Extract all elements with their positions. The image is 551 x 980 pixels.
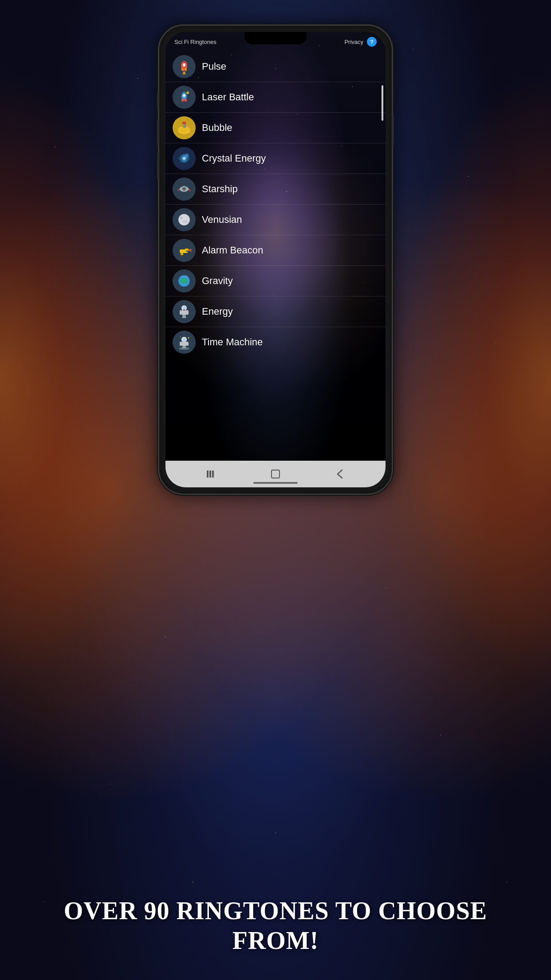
help-button[interactable]: ?	[367, 37, 377, 47]
svg-line-28	[178, 189, 180, 191]
svg-point-11	[186, 91, 189, 94]
svg-rect-2	[181, 67, 184, 71]
app-title: Sci Fi Ringtones	[174, 39, 216, 45]
ringtone-icon-energy	[173, 300, 196, 323]
svg-rect-48	[180, 310, 182, 315]
svg-point-33	[180, 217, 183, 219]
ringtone-icon-laser	[173, 86, 196, 109]
svg-rect-41	[181, 253, 183, 255]
ringtone-name-bubble: Bubble	[202, 122, 232, 134]
svg-rect-66	[207, 470, 209, 478]
ringtone-name-venusian: Venusian	[202, 214, 242, 225]
svg-point-30	[181, 189, 188, 191]
svg-rect-61	[184, 346, 186, 348]
svg-rect-51	[184, 315, 186, 318]
svg-point-40	[188, 249, 190, 251]
svg-rect-57	[182, 341, 186, 346]
list-item[interactable]: Alarm Beacon	[165, 235, 386, 266]
svg-point-64	[188, 337, 189, 339]
ringtone-icon-alarm	[173, 239, 196, 262]
list-item[interactable]: Pulse	[165, 51, 386, 82]
svg-rect-54	[183, 309, 185, 311]
ringtone-name-time: Time Machine	[202, 336, 263, 348]
svg-point-35	[182, 221, 184, 222]
list-item[interactable]: Crystal Energy	[165, 143, 386, 174]
svg-rect-58	[180, 342, 182, 346]
fingerprint-bar	[253, 482, 298, 484]
phone-screen: Sci Fi Ringtones Privacy ?	[165, 32, 386, 487]
ringtone-icon-time	[173, 331, 196, 354]
svg-point-18	[187, 126, 189, 128]
svg-rect-49	[186, 310, 189, 315]
volume-up-button	[157, 119, 159, 146]
ringtone-icon-bubble	[173, 116, 196, 139]
svg-point-17	[180, 127, 181, 129]
ringtone-name-crystal: Crystal Energy	[202, 153, 266, 164]
svg-rect-50	[182, 315, 184, 318]
volume-down-button	[157, 152, 159, 179]
svg-rect-9	[185, 99, 187, 102]
nav-back-button[interactable]	[331, 465, 349, 483]
scrollbar[interactable]	[382, 85, 383, 121]
svg-point-45	[180, 276, 188, 277]
power-button	[392, 115, 394, 146]
svg-point-23	[183, 157, 185, 160]
ringtone-name-energy: Energy	[202, 306, 233, 317]
svg-rect-3	[185, 67, 187, 71]
ringtone-name-alarm: Alarm Beacon	[202, 245, 263, 256]
list-item[interactable]: Energy	[165, 296, 386, 327]
mute-button	[157, 92, 159, 110]
ringtone-name-laser: Laser Battle	[202, 91, 254, 103]
svg-point-36	[186, 217, 188, 219]
ringtone-icon-starship	[173, 178, 196, 201]
svg-rect-68	[212, 470, 214, 478]
notch	[244, 32, 307, 44]
ringtone-icon-venusian	[173, 208, 196, 231]
nav-menu-button[interactable]	[202, 465, 220, 483]
svg-rect-60	[182, 346, 184, 348]
svg-point-32	[179, 214, 189, 225]
phone-frame: Sci Fi Ringtones Privacy ?	[158, 24, 393, 495]
svg-rect-8	[181, 99, 184, 102]
list-item[interactable]: Gravity	[165, 266, 386, 296]
tagline: Over 90 ringtones to choose from!	[0, 896, 551, 956]
privacy-link[interactable]: Privacy	[344, 39, 363, 45]
nebula-right	[396, 67, 551, 688]
ringtone-icon-pulse	[173, 55, 196, 78]
ringtone-name-starship: Starship	[202, 183, 238, 195]
svg-point-24	[180, 160, 183, 162]
svg-point-65	[180, 336, 181, 337]
svg-point-10	[183, 94, 185, 97]
ringtone-name-pulse: Pulse	[202, 61, 226, 72]
svg-point-42	[186, 250, 188, 252]
svg-marker-5	[182, 71, 186, 74]
ringtone-icon-crystal	[173, 147, 196, 170]
svg-rect-67	[209, 470, 211, 478]
ringtone-list: Pulse Laser Battle	[165, 51, 386, 461]
svg-point-4	[183, 63, 185, 67]
svg-point-63	[183, 339, 185, 340]
list-item[interactable]: Bubble	[165, 113, 386, 143]
ringtone-icon-gravity	[173, 269, 196, 292]
nav-home-button[interactable]	[267, 465, 284, 483]
nebula-left	[0, 67, 155, 688]
list-item[interactable]: Venusian	[165, 205, 386, 235]
list-item[interactable]: Starship	[165, 174, 386, 205]
list-item[interactable]: Laser Battle	[165, 82, 386, 113]
svg-point-34	[184, 220, 188, 223]
svg-rect-69	[272, 470, 279, 478]
svg-line-29	[189, 189, 190, 191]
status-bar-right: Privacy ?	[344, 37, 377, 47]
svg-point-53	[183, 307, 185, 308]
list-item[interactable]: Time Machine	[165, 327, 386, 357]
ringtone-name-gravity: Gravity	[202, 275, 233, 287]
svg-rect-59	[186, 342, 189, 346]
